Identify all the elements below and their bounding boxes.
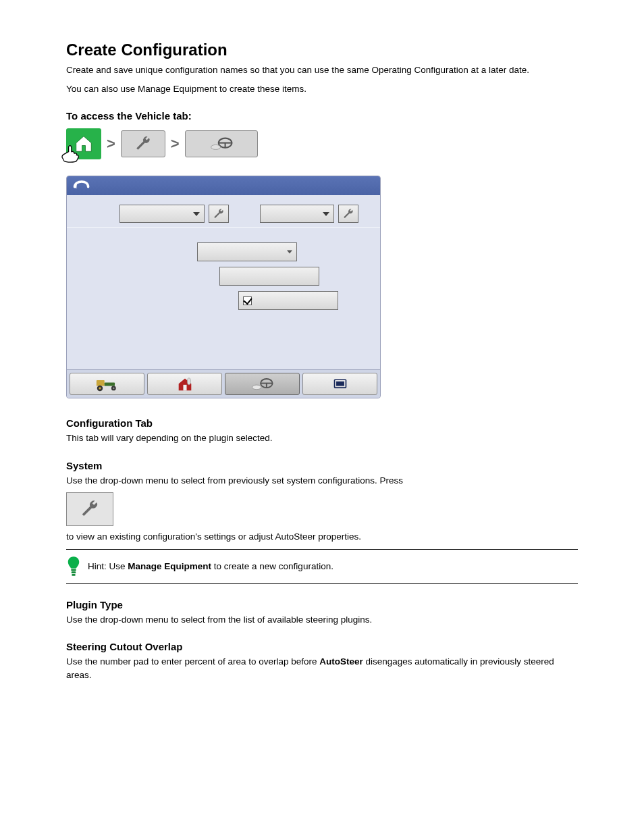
- tab-display[interactable]: [302, 373, 377, 395]
- plugin-type-dropdown[interactable]: [197, 242, 297, 261]
- tractor-icon: [92, 377, 122, 392]
- panel-body: System Plugin Plugin Type Steering Cutou…: [67, 195, 380, 369]
- monitor-icon: [333, 377, 348, 392]
- tab-steering[interactable]: [225, 373, 300, 395]
- tab-vehicle[interactable]: [70, 373, 144, 395]
- back-arrow-icon[interactable]: [72, 178, 91, 193]
- middle-column: Plugin Type Steering Cutout Overlap Oper…: [75, 242, 372, 310]
- system-dropdown[interactable]: [119, 205, 205, 223]
- panel-tabbar: [67, 369, 380, 398]
- page-title: Create Configuration: [66, 41, 578, 59]
- overlap-body: Use the number pad to enter percent of a…: [66, 655, 578, 681]
- settings-button[interactable]: [121, 130, 165, 157]
- nav-section-title: To access the Vehicle tab:: [66, 110, 578, 122]
- plugin-settings-button[interactable]: [338, 205, 358, 223]
- hint-callout: Hint: Use Manage Equipment to create a n…: [66, 549, 578, 584]
- hint-text: Hint: Use Manage Equipment to create a n…: [88, 560, 333, 573]
- intro-paragraph-2: You can also use Manage Equipment to cre…: [66, 82, 578, 96]
- plugin-type-body: Use the drop-down menu to select from th…: [66, 613, 578, 627]
- breadcrumb: > >: [66, 128, 578, 159]
- intro-paragraph-1: Create and save unique configuration nam…: [66, 63, 578, 77]
- override-checkbox[interactable]: [243, 296, 252, 305]
- wrench-icon: [213, 208, 225, 220]
- wrench-icon: [134, 135, 152, 153]
- svg-point-15: [252, 385, 261, 390]
- svg-rect-5: [104, 382, 114, 386]
- barn-icon: [176, 377, 194, 392]
- steering-config-button[interactable]: [185, 130, 258, 157]
- svg-rect-20: [72, 574, 76, 576]
- svg-point-8: [99, 387, 101, 389]
- panel-titlebar: [67, 176, 380, 195]
- svg-point-3: [211, 145, 220, 150]
- plugin-type-heading: Plugin Type: [66, 599, 578, 610]
- svg-rect-4: [96, 380, 104, 386]
- svg-point-9: [112, 387, 114, 389]
- system-settings-button[interactable]: [209, 205, 229, 223]
- configuration-panel: System Plugin Plugin Type Steering Cutou…: [66, 176, 381, 398]
- system-wrench-button[interactable]: [66, 492, 113, 526]
- system-heading: System: [66, 460, 578, 471]
- wrench-icon: [342, 208, 354, 220]
- steering-wheel-icon: [207, 136, 236, 152]
- system-body: Use the drop-down menu to select from pr…: [66, 474, 578, 488]
- divider: [67, 227, 380, 228]
- system-body-2: to view an existing configuration's sett…: [66, 530, 578, 544]
- top-controls-row: System Plugin: [75, 205, 372, 223]
- configuration-tab-heading: Configuration Tab: [66, 417, 578, 429]
- overlap-input[interactable]: [219, 267, 319, 286]
- svg-point-11: [187, 377, 190, 384]
- svg-rect-19: [72, 571, 76, 573]
- lightbulb-icon: [66, 555, 81, 578]
- pointing-hand-icon: [59, 145, 82, 163]
- configuration-tab-note: This tab will vary depending on the plug…: [66, 432, 578, 445]
- svg-rect-17: [336, 381, 344, 386]
- plugin-dropdown[interactable]: [260, 205, 334, 223]
- svg-rect-10: [183, 384, 186, 390]
- tab-farm[interactable]: [147, 373, 222, 395]
- breadcrumb-separator-2: >: [171, 135, 180, 153]
- override-checkbox-field[interactable]: [238, 291, 338, 310]
- wrench-icon: [80, 499, 100, 519]
- breadcrumb-separator-1: >: [107, 135, 115, 153]
- steering-wheel-icon: [246, 377, 279, 392]
- svg-rect-18: [71, 569, 76, 571]
- overlap-heading: Steering Cutout Overlap: [66, 641, 578, 652]
- home-button[interactable]: [66, 128, 101, 159]
